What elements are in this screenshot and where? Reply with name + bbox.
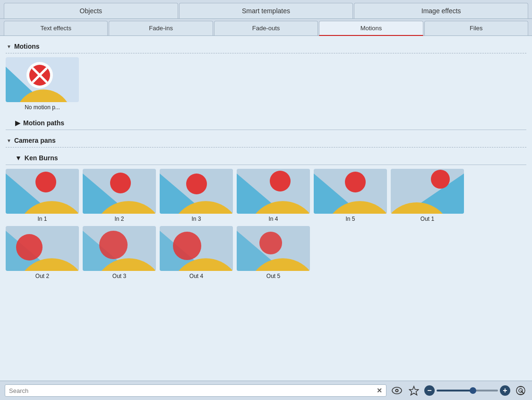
scroll-area[interactable]: ▼ Motions [0,36,532,381]
camera-pans-arrow-icon: ▼ [7,138,11,143]
svg-point-31 [173,232,201,260]
bottom-bar: ✕ − + [0,381,532,400]
in4-thumb [237,169,310,214]
top-tabs: Objects Smart templates Image effects [0,0,532,19]
zoom-control: − + [424,385,510,396]
list-item[interactable]: No motion p... [6,57,79,111]
svg-point-37 [396,390,398,391]
svg-point-10 [110,173,131,193]
tab-text-effects[interactable]: Text effects [4,21,108,35]
svg-marker-38 [410,386,419,395]
list-item[interactable]: Out 1 [391,169,464,222]
tab-objects[interactable]: Objects [4,3,178,18]
out4-label: Out 4 [189,273,203,279]
list-item[interactable]: In 1 [6,169,79,222]
ken-burns-arrow-icon: ▼ [15,154,22,162]
ken-burns-grid: In 1 In 2 [6,169,526,279]
second-tabs: Text effects Fade-ins Fade-outs Motions … [0,19,532,36]
tab-fade-outs[interactable]: Fade-outs [214,21,318,35]
svg-point-13 [186,174,207,194]
out2-label: Out 2 [35,273,49,279]
zoom-slider[interactable] [437,390,498,391]
no-motion-label: No motion p... [25,104,60,111]
list-item[interactable]: Out 3 [83,226,156,279]
eye-icon[interactable] [390,384,403,397]
svg-point-19 [345,172,366,192]
tab-image-effects[interactable]: Image effects [354,3,528,18]
ken-burns-label: Ken Burns [25,154,58,162]
svg-point-25 [16,234,43,261]
motion-paths-label: Motion paths [23,119,64,127]
tab-motions[interactable]: Motions [319,21,423,36]
in3-thumb [160,169,233,214]
in5-label: In 5 [345,216,355,222]
in5-thumb [314,169,387,214]
svg-point-34 [259,232,282,254]
svg-point-22 [431,170,450,189]
out5-label: Out 5 [266,273,280,279]
in4-label: In 4 [268,216,278,222]
list-item[interactable]: Out 5 [237,226,310,279]
out2-thumb [6,226,79,271]
tab-files[interactable]: Files [424,21,528,35]
section-ken-burns[interactable]: ▼ Ken Burns [6,151,526,165]
section-camera-pans[interactable]: ▼ Camera pans [6,134,526,148]
motions-arrow-icon: ▼ [7,44,11,49]
zoom-out-button[interactable]: − [424,385,435,396]
svg-point-28 [99,231,128,259]
svg-point-16 [270,171,291,191]
list-item[interactable]: Out 4 [160,226,233,279]
list-item[interactable]: Out 2 [6,226,79,279]
out3-label: Out 3 [112,273,126,279]
list-item[interactable]: In 5 [314,169,387,222]
zoom-in-button[interactable]: + [500,385,510,396]
camera-pans-label: Camera pans [14,137,56,144]
list-item[interactable]: In 4 [237,169,310,222]
in2-thumb [83,169,156,214]
clear-search-button[interactable]: ✕ [377,387,382,394]
list-item[interactable]: In 2 [83,169,156,222]
star-icon[interactable] [407,384,420,397]
out4-thumb [160,226,233,271]
motion-paths-arrow-icon: ▶ [15,119,20,127]
in1-thumb [6,169,79,214]
fit-icon[interactable] [514,384,527,397]
tab-fade-ins[interactable]: Fade-ins [109,21,213,35]
section-motion-paths[interactable]: ▶ Motion paths [6,116,526,130]
no-motion-thumb [6,57,79,102]
list-item[interactable]: In 3 [160,169,233,222]
out1-label: Out 1 [420,216,434,222]
out1-thumb [391,169,464,214]
tab-smart-templates[interactable]: Smart templates [179,3,353,18]
out5-thumb [237,226,310,271]
svg-point-7 [35,172,56,192]
search-container: ✕ [5,384,386,397]
motions-grid: No motion p... [6,57,526,111]
in2-label: In 2 [114,216,124,222]
section-motions[interactable]: ▼ Motions [6,40,526,53]
search-input[interactable] [9,387,377,394]
out3-thumb [83,226,156,271]
in3-label: In 3 [191,216,201,222]
motions-label: Motions [14,43,40,50]
main-content: ▼ Motions [0,36,532,400]
in1-label: In 1 [37,216,47,222]
